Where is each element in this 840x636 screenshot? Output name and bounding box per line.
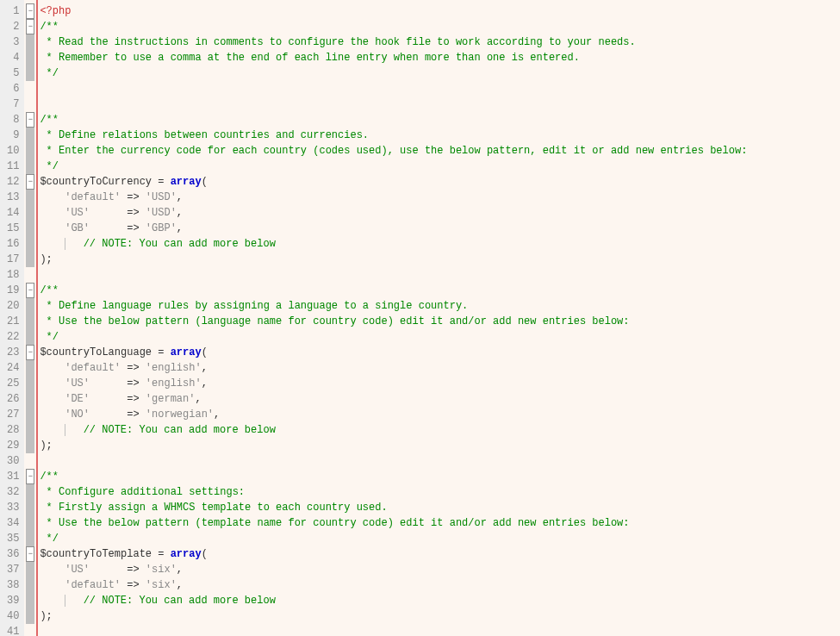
fold-collapse-icon[interactable]: − [26,469,34,484]
fold-guide [26,159,34,174]
line-number: 12 [7,174,19,190]
code-line[interactable]: <?php [40,3,747,19]
code-line[interactable] [40,97,747,112]
fold-cell [26,453,34,469]
code-line[interactable]: ); [40,438,747,453]
line-number: 2 [7,19,19,34]
fold-cell: − [26,112,34,128]
fold-collapse-icon[interactable]: − [26,174,34,190]
code-line[interactable]: */ [40,329,747,345]
code-line[interactable]: 'default' => 'USD', [40,190,747,205]
fold-cell: − [26,345,34,360]
code-line[interactable] [40,624,747,636]
line-number: 37 [7,562,19,577]
fold-guide [26,360,34,376]
fold-cell [26,407,34,422]
line-number: 39 [7,593,19,608]
fold-cell: − [26,174,34,190]
fold-collapse-icon[interactable]: − [26,19,34,34]
line-number: 16 [7,236,19,252]
code-line[interactable]: // NOTE: You can add more below [40,593,747,608]
fold-collapse-icon[interactable]: − [26,112,34,128]
code-line[interactable] [40,267,747,283]
line-number: 14 [7,205,19,221]
fold-cell [26,267,34,283]
fold-cell: − [26,3,34,19]
code-line[interactable]: 'US' => 'USD', [40,205,747,221]
line-number: 21 [7,314,19,329]
fold-collapse-icon[interactable]: − [26,3,34,19]
fold-collapse-icon[interactable]: − [26,283,34,298]
code-line[interactable] [40,81,747,97]
code-line[interactable]: * Remember to use a comma at the end of … [40,50,747,65]
fold-cell [26,577,34,593]
fold-guide [65,595,65,607]
fold-cell [26,34,34,50]
code-line[interactable]: // NOTE: You can add more below [40,422,747,438]
fold-collapse-icon[interactable]: − [26,546,34,562]
line-number: 40 [7,608,19,624]
code-line[interactable] [40,453,747,469]
fold-cell: − [26,19,34,34]
code-line[interactable]: /** [40,469,747,484]
code-line[interactable]: // NOTE: You can add more below [40,236,747,252]
line-number: 35 [7,531,19,546]
code-line[interactable]: 'NO' => 'norwegian', [40,407,747,422]
code-line[interactable]: /** [40,112,747,128]
code-line[interactable]: * Define relations between countries and… [40,128,747,143]
code-line[interactable]: $countryToCurrency = array( [40,174,747,190]
code-line[interactable]: 'US' => 'six', [40,562,747,577]
code-line[interactable]: ); [40,608,747,624]
fold-cell [26,128,34,143]
code-line[interactable]: 'US' => 'english', [40,376,747,391]
fold-guide [65,424,65,436]
line-number: 26 [7,391,19,407]
code-line[interactable]: * Use the below pattern (template name f… [40,515,747,531]
fold-cell [26,593,34,608]
code-line[interactable]: /** [40,19,747,34]
fold-cell [26,143,34,159]
code-line[interactable]: ); [40,252,747,267]
fold-guide [26,376,34,391]
code-line[interactable]: 'default' => 'english', [40,360,747,376]
fold-guide [26,50,34,65]
code-line[interactable]: * Enter the currency code for each count… [40,143,747,159]
code-line[interactable]: * Read the instructions in comments to c… [40,34,747,50]
fold-cell [26,205,34,221]
fold-cell [26,500,34,515]
line-number: 23 [7,345,19,360]
line-number: 5 [7,65,19,81]
fold-guide [26,500,34,515]
code-line[interactable]: * Firstly assign a WHMCS template to eac… [40,500,747,515]
fold-guide [26,34,34,50]
fold-cell [26,236,34,252]
code-line[interactable]: */ [40,531,747,546]
line-number: 38 [7,577,19,593]
line-number: 17 [7,252,19,267]
line-number: 18 [7,267,19,283]
code-line[interactable]: * Define language rules by assigning a l… [40,298,747,314]
code-line[interactable]: */ [40,65,747,81]
line-number: 20 [7,298,19,314]
code-line[interactable]: */ [40,159,747,174]
fold-guide [26,190,34,205]
code-area[interactable]: <?php/** * Read the instructions in comm… [38,0,747,636]
code-line[interactable]: /** [40,283,747,298]
fold-guide [26,128,34,143]
code-line[interactable]: $countryToTemplate = array( [40,546,747,562]
fold-cell: − [26,283,34,298]
code-line[interactable]: * Use the below pattern (language name f… [40,314,747,329]
fold-cell [26,252,34,267]
code-line[interactable]: 'DE' => 'german', [40,391,747,407]
fold-cell [26,376,34,391]
line-number: 19 [7,283,19,298]
fold-collapse-icon[interactable]: − [26,345,34,360]
line-number: 29 [7,438,19,453]
code-line[interactable]: 'default' => 'six', [40,577,747,593]
code-line[interactable]: * Configure additional settings: [40,484,747,500]
line-number: 4 [7,50,19,65]
line-number: 27 [7,407,19,422]
code-line[interactable]: 'GB' => 'GBP', [40,221,747,236]
line-number: 31 [7,469,19,484]
code-line[interactable]: $countryToLanguage = array( [40,345,747,360]
